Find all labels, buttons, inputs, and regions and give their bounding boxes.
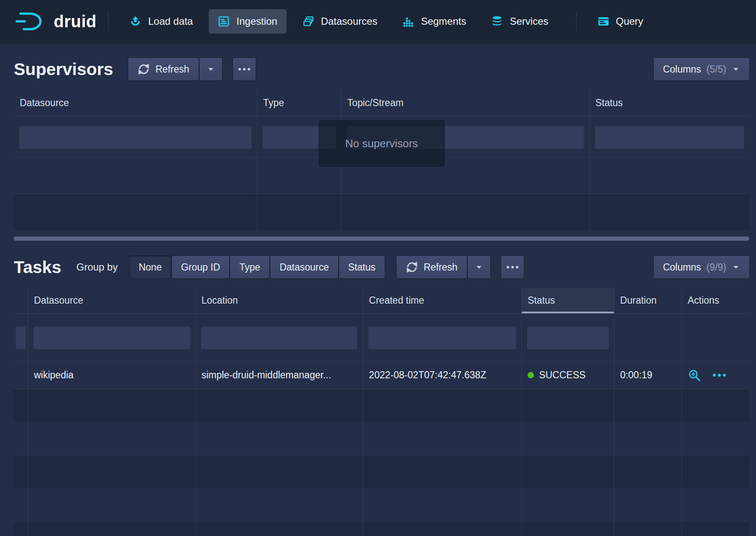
segments-icon bbox=[402, 16, 414, 27]
status-filter-input[interactable] bbox=[527, 326, 609, 349]
status-text: SUCCESS bbox=[539, 369, 585, 381]
nav-item-ingestion[interactable]: Ingestion bbox=[209, 9, 286, 34]
group-by-status-button[interactable]: Status bbox=[339, 256, 385, 278]
nav-item-services[interactable]: Services bbox=[482, 9, 557, 34]
columns-count: (5/5) bbox=[707, 64, 726, 75]
tasks-filter-row bbox=[14, 314, 749, 362]
empty-table-row bbox=[14, 455, 749, 489]
divider bbox=[108, 12, 109, 31]
expander-filter-input[interactable] bbox=[16, 326, 26, 349]
datasources-icon bbox=[303, 16, 314, 27]
datasource-filter-input[interactable] bbox=[33, 326, 190, 349]
supervisors-table-header: Datasource Type Topic/Stream Status bbox=[14, 90, 749, 117]
refresh-icon bbox=[406, 261, 418, 273]
empty-table-row bbox=[14, 194, 749, 231]
cell-status: SUCCESS bbox=[522, 362, 614, 389]
brand[interactable]: druid bbox=[14, 11, 96, 31]
datasource-filter-input[interactable] bbox=[19, 125, 252, 149]
column-header-duration[interactable]: Duration bbox=[614, 288, 682, 313]
task-actions-menu-button[interactable] bbox=[713, 374, 726, 377]
cell-expander bbox=[14, 362, 28, 389]
zoom-in-icon bbox=[688, 369, 701, 382]
column-header-topic-stream[interactable]: Topic/Stream bbox=[342, 90, 590, 116]
task-detail-button[interactable] bbox=[688, 369, 701, 382]
horizontal-scrollbar[interactable] bbox=[14, 237, 749, 241]
nav-label: Load data bbox=[148, 16, 193, 27]
chevron-down-icon bbox=[732, 263, 740, 271]
services-icon bbox=[491, 16, 503, 27]
group-by-none-button[interactable]: None bbox=[129, 256, 171, 278]
column-header-type[interactable]: Type bbox=[257, 90, 342, 116]
nav-item-load-data[interactable]: Load data bbox=[120, 9, 202, 34]
group-by-type-button[interactable]: Type bbox=[230, 256, 269, 278]
refresh-label: Refresh bbox=[155, 64, 189, 75]
nav-label: Ingestion bbox=[236, 16, 277, 27]
cell-created-time: 2022-08-02T07:42:47.638Z bbox=[363, 362, 522, 389]
refresh-button-group: Refresh bbox=[128, 58, 222, 81]
group-by-group-id-button[interactable]: Group ID bbox=[172, 256, 229, 278]
upload-icon bbox=[129, 16, 141, 27]
refresh-options-button[interactable] bbox=[199, 58, 222, 81]
empty-table-row bbox=[14, 422, 749, 455]
columns-count: (9/9) bbox=[707, 262, 726, 273]
chevron-down-icon bbox=[732, 65, 740, 73]
tasks-columns-button[interactable]: Columns (9/9) bbox=[654, 256, 749, 278]
more-icon bbox=[713, 374, 726, 377]
column-header-expander bbox=[14, 288, 28, 313]
cell-datasource: wikipedia bbox=[28, 362, 196, 389]
refresh-icon bbox=[137, 63, 150, 75]
nav-label: Query bbox=[616, 16, 643, 27]
empty-table-row bbox=[14, 158, 749, 194]
query-icon bbox=[598, 16, 609, 27]
nav-item-datasources[interactable]: Datasources bbox=[293, 9, 387, 34]
supervisors-table: Datasource Type Topic/Stream Status bbox=[14, 90, 749, 231]
refresh-options-button[interactable] bbox=[468, 256, 490, 278]
more-icon bbox=[238, 68, 250, 70]
task-row-wikipedia[interactable]: wikipedia simple-druid-middlemanager... … bbox=[14, 362, 749, 389]
group-by-datasource-button[interactable]: Datasource bbox=[270, 256, 338, 278]
supervisors-section: Supervisors Refresh bbox=[14, 58, 749, 241]
status-filter-input[interactable] bbox=[595, 125, 744, 149]
refresh-button[interactable]: Refresh bbox=[396, 256, 467, 278]
tasks-title: Tasks bbox=[14, 258, 61, 277]
created-time-filter-input[interactable] bbox=[368, 326, 516, 349]
druid-console: druid Load data Ingestion Datasources bbox=[0, 0, 756, 536]
location-filter-input[interactable] bbox=[201, 326, 358, 349]
group-by-button-group: None Group ID Type Datasource Status bbox=[129, 256, 385, 278]
column-header-datasource[interactable]: Datasource bbox=[14, 90, 257, 116]
tasks-table: Datasource Location Created time Status … bbox=[14, 288, 749, 536]
more-icon bbox=[507, 266, 518, 268]
nav-item-query[interactable]: Query bbox=[588, 9, 652, 34]
empty-table-row bbox=[14, 522, 749, 536]
success-status-dot bbox=[528, 372, 534, 378]
column-header-location[interactable]: Location bbox=[196, 288, 363, 313]
supervisors-more-button[interactable] bbox=[233, 58, 256, 81]
refresh-button[interactable]: Refresh bbox=[128, 58, 199, 81]
tasks-more-button[interactable] bbox=[501, 256, 524, 278]
refresh-label: Refresh bbox=[424, 262, 458, 273]
column-header-datasource[interactable]: Datasource bbox=[28, 288, 196, 313]
column-header-actions[interactable]: Actions bbox=[682, 288, 749, 313]
supervisors-filter-row bbox=[14, 117, 749, 158]
ingestion-icon bbox=[218, 16, 230, 27]
cell-duration: 0:00:19 bbox=[614, 362, 682, 389]
main-content: Supervisors Refresh bbox=[0, 58, 756, 536]
column-header-created-time[interactable]: Created time bbox=[363, 288, 522, 313]
supervisors-title: Supervisors bbox=[14, 60, 113, 79]
druid-logo-icon bbox=[14, 11, 49, 31]
supervisors-header: Supervisors Refresh bbox=[14, 58, 749, 81]
nav-item-segments[interactable]: Segments bbox=[393, 9, 475, 34]
tasks-table-header: Datasource Location Created time Status … bbox=[14, 288, 749, 314]
supervisors-columns-button[interactable]: Columns (5/5) bbox=[654, 58, 749, 81]
column-header-status[interactable]: Status bbox=[522, 288, 614, 313]
columns-label: Columns bbox=[663, 262, 701, 273]
group-by-label: Group by bbox=[76, 261, 118, 273]
type-filter-input[interactable] bbox=[262, 125, 336, 149]
brand-name: druid bbox=[54, 12, 96, 31]
refresh-button-group: Refresh bbox=[396, 256, 490, 278]
column-header-status[interactable]: Status bbox=[590, 90, 749, 116]
navbar: druid Load data Ingestion Datasources bbox=[0, 0, 756, 43]
tasks-header: Tasks Group by None Group ID Type Dataso… bbox=[14, 256, 749, 278]
nav-label: Services bbox=[510, 16, 548, 27]
topic-stream-filter-input[interactable] bbox=[347, 125, 584, 149]
